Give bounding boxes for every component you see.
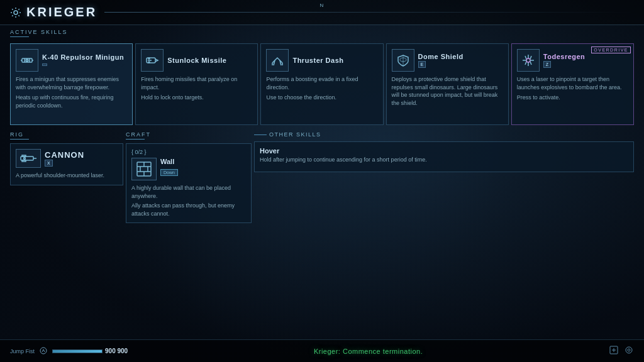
rig-card[interactable]: CANNON X A powerful shoulder-mounted las…	[10, 143, 123, 185]
cannon-icon-box	[16, 149, 41, 168]
svg-point-43	[628, 349, 630, 351]
skills-grid: K-40 Repulsor Minigun Fires a minigun th…	[0, 43, 644, 125]
overdrive-icon-box	[517, 49, 540, 72]
other-skills-section: OTHER SKILLS Hover Hold after jumping to…	[254, 131, 634, 223]
missile-icon-box	[141, 49, 164, 72]
health-bar	[52, 349, 103, 353]
rig-header: CANNON X	[16, 149, 118, 168]
rig-key: X	[45, 160, 84, 167]
rig-description: A powerful shoulder-mounted laser.	[16, 172, 118, 180]
skill-card-overdrive[interactable]: OVERDRIVE Todesre	[511, 43, 634, 125]
hover-skill-name: Hover	[260, 147, 628, 155]
bottom-right	[609, 345, 634, 358]
key-e-badge: E	[418, 61, 426, 68]
health-bar-container: 900 900	[52, 348, 128, 354]
rig-underline	[10, 139, 29, 140]
skill-desc-dash: Performs a boosting evade in a fixed dir…	[266, 75, 377, 102]
skill-desc-missile: Fires homing missiles that paralyze on i…	[141, 75, 252, 102]
svg-point-11	[148, 62, 150, 63]
gear-icon	[10, 7, 21, 18]
other-skills-label: OTHER SKILLS	[254, 131, 634, 138]
skill-desc-overdrive: Uses a laser to pinpoint a target then l…	[517, 75, 628, 102]
skill-header-dash: Thruster Dash	[266, 49, 377, 72]
jump-fist-label: Jump Fist	[10, 348, 35, 354]
other-skills-card: Hover Hold after jumping to continue asc…	[254, 141, 634, 172]
active-skills-label: ACTIVE SKILLS	[10, 29, 634, 35]
skill-name-minigun: K-40 Repulsor Minigun	[42, 53, 124, 61]
ui-icon-2	[624, 345, 634, 358]
minigun-icon-box	[16, 49, 38, 72]
skill-card-minigun[interactable]: K-40 Repulsor Minigun Fires a minigun th…	[10, 43, 133, 125]
svg-rect-26	[21, 156, 33, 160]
wall-icon-box	[131, 158, 157, 180]
bottom-center-text: Krieger: Commence termination.	[314, 348, 423, 355]
craft-count: { 0/2 }	[131, 149, 246, 155]
rig-section: RIG CANNON	[10, 131, 123, 223]
craft-card-inner: Wall Down	[131, 158, 246, 180]
bottom-section: RIG CANNON	[0, 128, 644, 227]
svg-point-23	[526, 58, 530, 62]
svg-point-38	[40, 348, 47, 354]
skill-header-shield: Dome Shield E	[392, 49, 503, 72]
skill-name-overdrive: Todesregen	[543, 53, 586, 60]
ui-icon-1	[609, 345, 619, 358]
hover-skill-desc: Hold after jumping to continue ascending…	[260, 156, 628, 164]
skill-card-missile[interactable]: Stunlock Missile Fires homing missiles t…	[135, 43, 258, 125]
craft-card[interactable]: { 0/2 } Wall	[126, 143, 252, 223]
rig-label: RIG	[10, 131, 123, 138]
skill-key-overdrive: Z	[543, 61, 586, 68]
bottom-left: Jump Fist 900 900	[10, 346, 128, 357]
skill-desc-minigun: Fires a minigun that suppresses enemies …	[16, 75, 127, 109]
skill-key-minigun	[42, 62, 124, 67]
craft-section: CRAFT { 0/2 }	[126, 131, 252, 223]
craft-underline	[126, 139, 145, 140]
dash-icon-box	[266, 49, 289, 72]
active-skills-underline	[10, 36, 29, 37]
svg-rect-28	[22, 155, 26, 156]
craft-description: A highly durable wall that can be placed…	[131, 184, 246, 217]
svg-line-20	[530, 62, 531, 65]
skill-header-minigun: K-40 Repulsor Minigun	[16, 49, 127, 72]
skill-desc-shield: Deploys a protective dome shield that re…	[392, 75, 503, 107]
svg-line-22	[525, 62, 526, 65]
hover-skill-item: Hover Hold after jumping to continue asc…	[260, 147, 628, 164]
rig-name: CANNON	[45, 150, 84, 160]
skill-card-shield[interactable]: Dome Shield E Deploys a protective dome …	[386, 43, 509, 125]
craft-label: CRAFT	[126, 131, 252, 138]
shield-icon-box	[392, 49, 414, 72]
svg-point-30	[24, 158, 26, 160]
craft-name: Wall	[160, 158, 178, 165]
skill-name-dash: Thruster Dash	[292, 57, 343, 64]
craft-key: Down	[160, 169, 178, 176]
key-badge-minigun	[42, 63, 47, 66]
skill-name-shield: Dome Shield	[418, 53, 464, 60]
bottom-bar: Jump Fist 900 900 Krieger: Commence term…	[0, 339, 644, 362]
svg-line-19	[525, 56, 526, 59]
skill-key-shield: E	[418, 61, 464, 68]
svg-point-0	[14, 11, 18, 14]
health-fill	[53, 350, 102, 353]
active-skills-section: ACTIVE SKILLS	[0, 25, 644, 43]
character-name: KRIEGER	[26, 5, 97, 19]
header-divider	[104, 12, 634, 13]
jump-icon	[40, 346, 47, 357]
skill-card-dash[interactable]: Thruster Dash Performs a boosting evade …	[260, 43, 383, 125]
skill-name-missile: Stunlock Missile	[167, 57, 226, 64]
svg-rect-29	[22, 160, 26, 162]
compass-indicator: N	[320, 3, 325, 8]
svg-point-10	[148, 58, 150, 59]
key-z-badge: Z	[543, 61, 551, 68]
health-current: 900 900	[105, 348, 128, 354]
svg-line-21	[530, 56, 531, 59]
svg-point-42	[626, 347, 632, 353]
overdrive-badge: OVERDRIVE	[591, 47, 631, 53]
rig-key-badge: X	[45, 160, 53, 167]
skill-header-missile: Stunlock Missile	[141, 49, 252, 72]
